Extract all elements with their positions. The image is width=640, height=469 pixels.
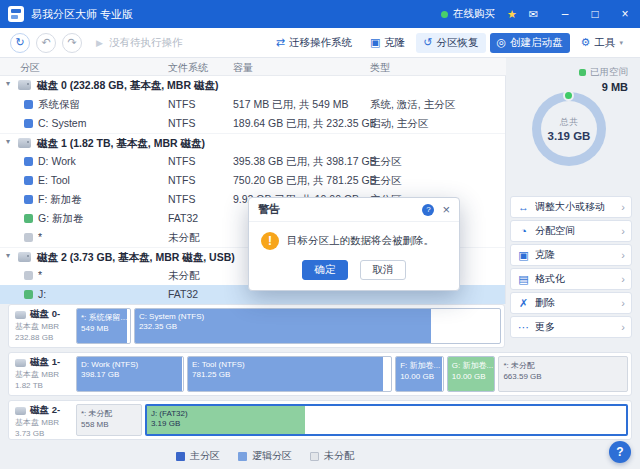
partition-type: 主分区	[370, 174, 402, 188]
disk-map-segment[interactable]: D: Work (NTFS)398.17 GB	[76, 356, 184, 392]
disk-map-label[interactable]: 磁盘 0-基本盘 MBR232.88 GB	[9, 305, 73, 347]
disk-row[interactable]: ▾磁盘 0 (232.88 GB, 基本盘, MBR 磁盘)	[0, 76, 505, 95]
partition-row[interactable]: 系统保留NTFS517 MB 已用, 共 549 MB系统, 激活, 主分区	[0, 95, 505, 114]
disk-icon	[18, 80, 31, 90]
segment-size: 549 MB	[77, 323, 130, 333]
segment-label: J: (FAT32)	[147, 406, 626, 418]
segment-size: 663.59 GB	[499, 371, 627, 381]
collapse-icon[interactable]: ▾	[6, 137, 10, 146]
partition-name: G: 新加卷	[38, 212, 84, 226]
column-capacity: 容量	[233, 61, 253, 75]
promotion-icon[interactable]: ★	[507, 8, 517, 21]
resize-move-button[interactable]: ↔调整大小或移动›	[510, 196, 632, 218]
disk-map-segment[interactable]: F: 新加卷...10.00 GB	[395, 356, 444, 392]
segment-label: *: 未分配	[77, 405, 141, 419]
disk-map-segment[interactable]: *: 系统保留...549 MB	[76, 308, 131, 344]
disk-map-name: 磁盘 1-	[30, 356, 60, 369]
partition-type: 启动, 主分区	[370, 117, 428, 131]
segment-size: 232.35 GB	[135, 321, 500, 331]
legend-color-icon	[238, 452, 247, 461]
partition-capacity: 750.20 GB 已用, 共 781.25 GB	[233, 174, 377, 188]
disk-map-segment[interactable]: E: Tool (NTFS)781.25 GB	[187, 356, 392, 392]
segment-size: 3.19 GB	[147, 418, 626, 428]
partition-capacity: 395.38 GB 已用, 共 398.17 GB	[233, 155, 377, 169]
titlebar-right: 在线购买 ★ ✉ – □ ×	[441, 0, 640, 28]
action-label: 调整大小或移动	[535, 200, 616, 214]
toolbar-action-label: 工具	[594, 36, 615, 50]
dialog-body: ! 目标分区上的数据将会被删除。	[249, 222, 459, 256]
tools-button[interactable]: ⚙工具▾	[574, 33, 630, 53]
legend-item: 主分区	[176, 449, 220, 463]
partition-name: J:	[38, 288, 46, 300]
disk-icon	[15, 311, 26, 319]
toolbar-action-label: 迁移操作系统	[289, 36, 352, 50]
disk-map-segment[interactable]: C: System (NTFS)232.35 GB	[134, 308, 501, 344]
partition-icon	[24, 119, 33, 128]
maximize-button[interactable]: □	[580, 0, 610, 28]
clone-button[interactable]: ▣克隆	[363, 33, 412, 53]
clone-partition-button[interactable]: ▣克隆›	[510, 244, 632, 266]
partition-row[interactable]: C: SystemNTFS189.64 GB 已用, 共 232.35 GB启动…	[0, 114, 505, 133]
undo-button[interactable]: ↶	[36, 33, 56, 53]
toolbar-action-label: 创建启动盘	[510, 36, 563, 50]
close-button[interactable]: ×	[610, 0, 640, 28]
boot-disk-icon: ◎	[497, 36, 507, 49]
format-button[interactable]: ▤格式化›	[510, 268, 632, 290]
warning-icon: !	[261, 232, 279, 250]
action-label: 格式化	[535, 272, 616, 286]
migrate-os-button[interactable]: ⇄迁移操作系统	[269, 33, 359, 53]
chevron-down-icon: ▾	[619, 39, 623, 47]
app-window: 易我分区大师 专业版 在线购买 ★ ✉ – □ × ↻ ↶ ↷ ▶ 没有待执行操…	[0, 0, 640, 469]
used-space-label: 已用空间	[590, 66, 628, 79]
help-button[interactable]: ?	[609, 441, 631, 463]
action-label: 分配空间	[535, 224, 616, 238]
pending-operations-label: 没有待执行操作	[109, 36, 183, 50]
collapse-icon[interactable]: ▾	[6, 79, 10, 88]
disk-map-segment[interactable]: *: 未分配663.59 GB	[498, 356, 628, 392]
format-icon: ▤	[517, 273, 530, 286]
create-boot-disk-button[interactable]: ◎创建启动盘	[490, 33, 570, 53]
partition-filesystem: 未分配	[168, 269, 200, 283]
partition-name: *	[38, 231, 42, 243]
disk-map-label[interactable]: 磁盘 1-基本盘 MBR1.82 TB	[9, 353, 73, 395]
segment-size: 10.00 GB	[396, 371, 443, 381]
collapse-icon[interactable]: ▾	[6, 251, 10, 260]
segment-label: E: Tool (NTFS)	[188, 357, 391, 369]
disk-row[interactable]: ▾磁盘 1 (1.82 TB, 基本盘, MBR 磁盘)	[0, 133, 505, 152]
dialog-close-icon[interactable]: ×	[442, 203, 450, 216]
cancel-button[interactable]: 取消	[360, 260, 406, 280]
partition-row[interactable]: D: WorkNTFS395.38 GB 已用, 共 398.17 GB主分区	[0, 152, 505, 171]
segment-label: *: 未分配	[499, 357, 627, 371]
disk-map-segment[interactable]: J: (FAT32)3.19 GB	[145, 404, 628, 436]
buy-online-label: 在线购买	[453, 7, 495, 21]
partition-icon	[24, 214, 33, 223]
buy-online-button[interactable]: 在线购买	[441, 7, 495, 21]
partition-recovery-button[interactable]: ↺分区恢复	[416, 33, 485, 53]
online-status-icon	[441, 11, 448, 18]
partition-name: *	[38, 269, 42, 281]
segment-label: G: 新加卷...	[448, 357, 495, 371]
partition-filesystem: NTFS	[168, 117, 195, 129]
dialog-help-icon[interactable]: ?	[422, 204, 434, 216]
column-filesystem: 文件系统	[168, 61, 208, 75]
support-message-icon[interactable]: ✉	[529, 8, 538, 21]
allocate-space-icon: ◔	[517, 225, 530, 237]
disk-name: 磁盘 0 (232.88 GB, 基本盘, MBR 磁盘)	[37, 79, 218, 93]
disk-icon	[15, 407, 26, 415]
disk-map-segment[interactable]: *: 未分配558 MB	[76, 404, 142, 436]
disk-map-label[interactable]: 磁盘 2-基本盘 MBR3.73 GB	[9, 401, 73, 439]
redo-button[interactable]: ↷	[62, 33, 82, 53]
partition-recovery-icon: ↺	[423, 36, 432, 49]
partition-row[interactable]: E: ToolNTFS750.20 GB 已用, 共 781.25 GB主分区	[0, 171, 505, 190]
dialog-header: 警告 ? ×	[249, 198, 459, 222]
disk-map-segment[interactable]: G: 新加卷...10.00 GB	[447, 356, 496, 392]
disk-map-name: 磁盘 0-	[30, 308, 60, 321]
minimize-button[interactable]: –	[550, 0, 580, 28]
allocate-space-button[interactable]: ◔分配空间›	[510, 220, 632, 242]
toolbar-action-label: 分区恢复	[437, 36, 479, 50]
ok-button[interactable]: 确定	[302, 260, 348, 280]
disk-icon	[18, 252, 31, 262]
partition-icon	[24, 271, 33, 280]
partition-filesystem: NTFS	[168, 193, 195, 205]
refresh-button[interactable]: ↻	[10, 33, 30, 53]
